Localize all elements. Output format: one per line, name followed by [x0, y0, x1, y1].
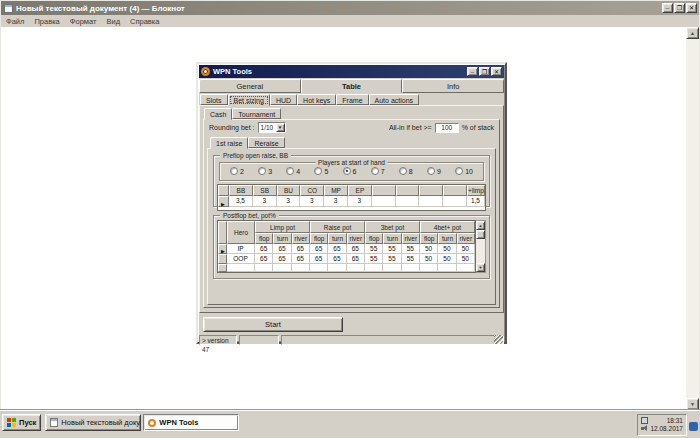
- cell-bu[interactable]: 3: [277, 196, 301, 207]
- language-indicator-icon[interactable]: [689, 422, 698, 431]
- menu-format[interactable]: Формат: [65, 17, 102, 26]
- scroll-down-icon[interactable]: [686, 398, 699, 410]
- cell-value[interactable]: 50: [457, 254, 475, 264]
- cell-value[interactable]: 55: [365, 244, 383, 254]
- cell-empty[interactable]: [419, 196, 443, 207]
- col-empty: [396, 185, 420, 196]
- tab-frame[interactable]: Frame: [336, 94, 368, 105]
- radio-players-3[interactable]: 3: [258, 167, 272, 175]
- col-ep: EP: [348, 185, 372, 196]
- menu-help[interactable]: Справка: [125, 17, 164, 26]
- cell-value[interactable]: 50: [420, 254, 438, 264]
- restore-icon[interactable]: [674, 3, 685, 13]
- cell-value[interactable]: 65: [328, 244, 346, 254]
- cell-value[interactable]: 65: [255, 244, 273, 254]
- cell-sb[interactable]: 3: [253, 196, 277, 207]
- cell-value[interactable]: 65: [292, 254, 310, 264]
- tab-hot-keys[interactable]: Hot keys: [297, 94, 336, 105]
- dialog-maximize-icon[interactable]: [479, 67, 490, 76]
- radio-players-8[interactable]: 8: [399, 167, 413, 175]
- rounding-bet-select[interactable]: 1/10: [258, 122, 286, 133]
- cell-value[interactable]: 50: [420, 244, 438, 254]
- radio-players-4[interactable]: 4: [286, 167, 300, 175]
- cell-empty[interactable]: [443, 196, 467, 207]
- tab-1st-raise[interactable]: 1st raise: [210, 137, 248, 149]
- tab-bet-sizing[interactable]: Bet sizing: [228, 94, 270, 106]
- cell-value[interactable]: 65: [310, 244, 328, 254]
- radio-label: 5: [324, 168, 328, 175]
- cell-value[interactable]: 55: [383, 254, 401, 264]
- cell-value[interactable]: 65: [292, 244, 310, 254]
- cell-value[interactable]: 50: [457, 244, 475, 254]
- scroll-up-icon[interactable]: [476, 221, 485, 230]
- cell-co[interactable]: 3: [300, 196, 324, 207]
- menu-view[interactable]: Вид: [101, 17, 125, 26]
- cell-value[interactable]: 55: [402, 254, 420, 264]
- notepad-vscrollbar[interactable]: [686, 27, 699, 410]
- scroll-thumb[interactable]: [476, 230, 485, 239]
- tab-hud[interactable]: HUD: [270, 94, 297, 105]
- row-marker-icon[interactable]: [218, 244, 227, 254]
- cell-mp[interactable]: 3: [324, 196, 348, 207]
- cell-limp[interactable]: 1,5: [467, 196, 485, 207]
- menu-edit[interactable]: Правка: [29, 17, 64, 26]
- wpn-tools-window: WPN Tools General Table Info Slots Bet s…: [196, 62, 507, 344]
- chevron-down-icon[interactable]: [276, 123, 285, 132]
- radio-players-7[interactable]: 7: [371, 167, 385, 175]
- cell-value[interactable]: 65: [310, 254, 328, 264]
- tab-info[interactable]: Info: [402, 79, 504, 93]
- start-button[interactable]: Start: [203, 317, 343, 332]
- tab-table[interactable]: Table: [301, 79, 403, 93]
- taskbar-item-wpn-tools[interactable]: WPN Tools: [143, 414, 239, 431]
- cell-value[interactable]: 65: [347, 254, 365, 264]
- col-empty: [372, 185, 396, 196]
- cell-value[interactable]: 65: [328, 254, 346, 264]
- cell-value[interactable]: 65: [347, 244, 365, 254]
- minimize-icon[interactable]: [662, 3, 673, 13]
- menu-file[interactable]: Файл: [1, 17, 29, 26]
- radio-players-2[interactable]: 2: [230, 167, 244, 175]
- version-status: > version 47: [199, 335, 237, 345]
- radio-players-10[interactable]: 10: [455, 167, 473, 175]
- radio-players-5[interactable]: 5: [314, 167, 328, 175]
- allin-input[interactable]: 100: [435, 123, 459, 133]
- start-menu-button[interactable]: Пуск: [2, 414, 41, 431]
- radio-label: 4: [296, 168, 300, 175]
- cell-hero[interactable]: IP: [227, 244, 255, 254]
- dialog-close-icon[interactable]: [491, 67, 502, 76]
- cell-empty[interactable]: [372, 196, 396, 207]
- cell-value[interactable]: 65: [255, 254, 273, 264]
- cell-value[interactable]: 55: [365, 254, 383, 264]
- tab-auto-actions[interactable]: Auto actions: [369, 94, 420, 105]
- notepad-icon: [50, 418, 58, 427]
- scroll-down-icon[interactable]: [476, 263, 485, 272]
- tab-tournament[interactable]: Tournament: [232, 108, 281, 119]
- row-marker-icon[interactable]: [218, 196, 229, 207]
- tray-clock[interactable]: 18:31 12.08.2017: [650, 417, 683, 433]
- dialog-minimize-icon[interactable]: [467, 67, 478, 76]
- radio-players-6[interactable]: 6: [343, 167, 357, 175]
- taskbar-item-notepad[interactable]: Новый текстовый доку...: [45, 414, 141, 431]
- cell-value[interactable]: 65: [273, 244, 291, 254]
- cell-value[interactable]: 65: [273, 254, 291, 264]
- tab-cash[interactable]: Cash: [204, 108, 232, 120]
- cell-empty[interactable]: [396, 196, 420, 207]
- scroll-up-icon[interactable]: [686, 27, 699, 39]
- tray-app-icon[interactable]: [641, 417, 648, 424]
- tab-general[interactable]: General: [199, 79, 301, 93]
- col-river: river: [292, 233, 310, 244]
- cell-value[interactable]: 50: [438, 254, 456, 264]
- resize-grip[interactable]: [494, 335, 503, 344]
- cell-value[interactable]: 55: [402, 244, 420, 254]
- radio-players-9[interactable]: 9: [427, 167, 441, 175]
- postflop-vscrollbar[interactable]: [476, 220, 486, 273]
- tab-slots[interactable]: Slots: [200, 94, 228, 105]
- cell-value[interactable]: 50: [438, 244, 456, 254]
- cell-value[interactable]: 55: [383, 244, 401, 254]
- volume-icon[interactable]: [641, 425, 648, 432]
- close-icon[interactable]: [686, 3, 697, 13]
- cell-hero[interactable]: OOP: [227, 254, 255, 264]
- cell-bb[interactable]: 3,5: [229, 196, 253, 207]
- tab-reraise[interactable]: Reraise: [248, 137, 284, 148]
- cell-ep[interactable]: 3: [348, 196, 372, 207]
